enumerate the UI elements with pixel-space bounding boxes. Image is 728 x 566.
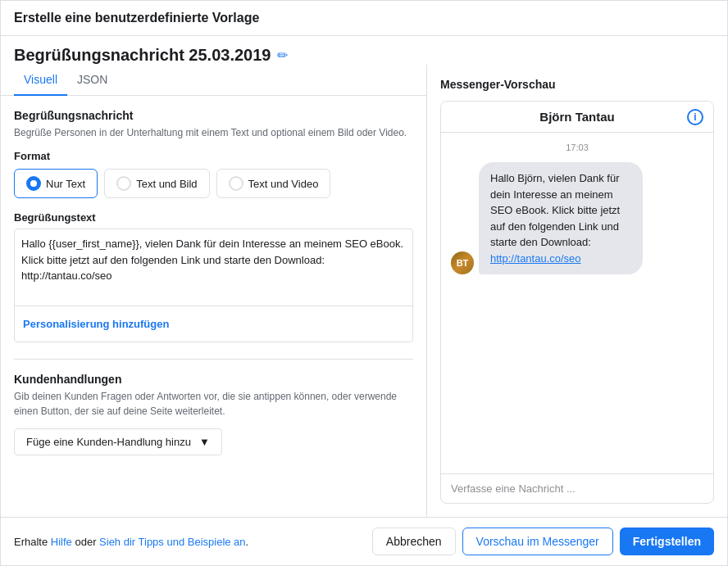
message-row: BT Hallo Björn, vielen Dank für dein Int…: [451, 162, 703, 274]
modal-header: Erstelle eine benutzerdefinierte Vorlage: [1, 1, 727, 36]
textarea-wrapper: Hallo {{user_first_name}}, vielen Dank f…: [14, 229, 413, 342]
messenger-header: Björn Tantau i: [441, 102, 713, 133]
message-link[interactable]: http://tantau.co/seo: [490, 252, 581, 265]
kundenhandlungen-title: Kundenhandlungen: [14, 373, 413, 386]
modal-header-title: Erstelle eine benutzerdefinierte Vorlage: [14, 11, 259, 25]
edit-icon[interactable]: ✏: [277, 48, 288, 63]
textarea-footer: Personalisierung hinzufügen: [15, 306, 412, 342]
avatar-image: BT: [451, 251, 474, 274]
radio-text-video: [229, 176, 243, 191]
preview-title: Messenger-Vorschau: [440, 78, 714, 91]
section-title: Begrüßungsnachricht: [14, 109, 413, 122]
compose-placeholder: Verfasse eine Nachricht ...: [451, 482, 576, 495]
format-label: Format: [14, 150, 413, 162]
modal-title: Begrüßungsnachricht 25.03.2019: [14, 46, 271, 65]
format-nur-text[interactable]: Nur Text: [14, 169, 98, 198]
left-panel: Visuell JSON Begrüßungsnachricht Begrüße…: [1, 65, 427, 517]
avatar: BT: [451, 251, 474, 274]
tab-json[interactable]: JSON: [67, 65, 117, 96]
modal-body: Visuell JSON Begrüßungsnachricht Begrüße…: [1, 65, 727, 517]
modal-footer: Erhalte Hilfe oder Sieh dir Tipps und Be…: [1, 517, 727, 565]
help-mid: oder: [72, 536, 99, 548]
add-action-button[interactable]: Füge eine Kunden-Handlung hinzu ▼: [14, 428, 222, 455]
radio-nur-text: [26, 176, 41, 191]
message-bubble: Hallo Björn, vielen Dank für dein Intere…: [479, 162, 643, 274]
right-panel: Messenger-Vorschau Björn Tantau i 17:03 …: [427, 65, 727, 517]
add-action-label: Füge eine Kunden-Handlung hinzu: [26, 436, 191, 448]
modal-wrapper: Erstelle eine benutzerdefinierte Vorlage…: [0, 0, 728, 566]
messenger-body: 17:03 BT Hallo Björn, vielen Dank für de…: [441, 133, 713, 473]
dropdown-arrow-icon: ▼: [199, 436, 210, 448]
personalization-link[interactable]: Personalisierung hinzufügen: [23, 311, 404, 337]
modal-title-bar: Begrüßungsnachricht 25.03.2019 ✏: [1, 36, 727, 65]
format-text-video-label: Text und Video: [248, 178, 319, 190]
footer-help-text: Erhalte Hilfe oder Sieh dir Tipps und Be…: [14, 536, 248, 548]
radio-text-bild: [116, 176, 131, 191]
format-text-bild-label: Text und Bild: [136, 178, 197, 190]
help-link[interactable]: Hilfe: [51, 536, 72, 548]
message-timestamp: 17:03: [451, 143, 703, 152]
cancel-button[interactable]: Abbrechen: [372, 528, 456, 555]
kundenhandlungen-desc: Gib deinen Kunden Fragen oder Antworten …: [14, 389, 413, 419]
tab-visuell[interactable]: Visuell: [14, 65, 67, 96]
format-options: Nur Text Text und Bild Text und Video: [14, 169, 413, 198]
finish-button[interactable]: Fertigstellen: [620, 528, 714, 555]
help-prefix: Erhalte: [14, 536, 51, 548]
section-desc: Begrüße Personen in der Unterhaltung mit…: [14, 125, 413, 140]
kundenhandlungen-section: Kundenhandlungen Gib deinen Kunden Frage…: [14, 359, 413, 455]
format-nur-text-label: Nur Text: [46, 178, 85, 190]
preview-button[interactable]: Vorschau im Messenger: [462, 528, 613, 555]
greeting-text-label: Begrüßungstext: [14, 211, 413, 224]
messenger-preview: Björn Tantau i 17:03 BT Hallo Björn, vie…: [440, 101, 714, 504]
tabs-container: Visuell JSON: [1, 65, 426, 96]
info-icon[interactable]: i: [687, 109, 703, 125]
begrussungsnachricht-section: Begrüßungsnachricht Begrüße Personen in …: [14, 109, 413, 342]
help-suffix: .: [246, 536, 249, 548]
format-text-bild[interactable]: Text und Bild: [104, 169, 209, 198]
compose-area[interactable]: Verfasse eine Nachricht ...: [441, 473, 713, 503]
tips-link[interactable]: Sieh dir Tipps und Beispiele an: [99, 536, 246, 548]
greeting-textarea[interactable]: Hallo {{user_first_name}}, vielen Dank f…: [15, 229, 412, 303]
format-text-video[interactable]: Text und Video: [216, 169, 331, 198]
footer-buttons: Abbrechen Vorschau im Messenger Fertigst…: [372, 528, 714, 555]
messenger-contact-name: Björn Tantau: [539, 110, 614, 124]
